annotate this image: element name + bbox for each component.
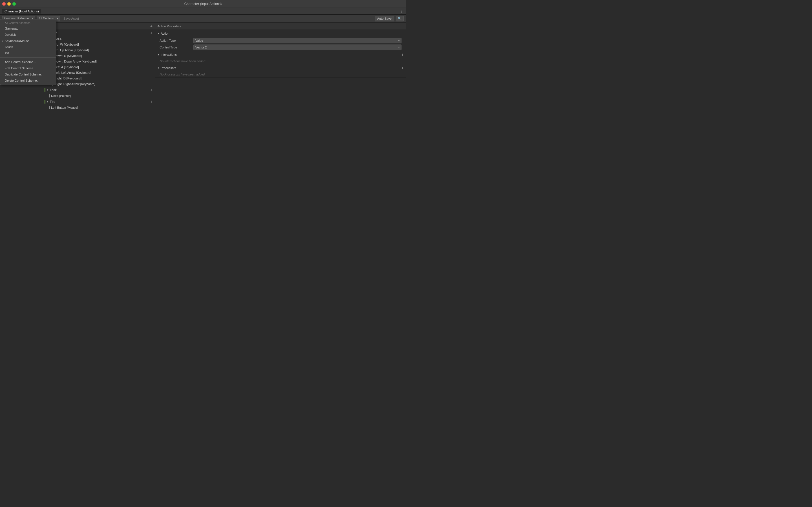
look-label: Look	[50, 88, 57, 92]
right-arrow-label: Right: Right Arrow [Keyboard]	[54, 82, 95, 86]
duplicate-control-scheme-label: Duplicate Control Scheme...	[5, 73, 43, 76]
fire-add-button[interactable]: +	[150, 100, 153, 104]
control-type-label: Control Type	[160, 46, 193, 49]
menu-item-edit-control-scheme[interactable]: Edit Control Scheme...	[0, 65, 56, 71]
fire-color-strip	[45, 100, 45, 104]
joystick-label: Joystick	[5, 33, 16, 36]
no-processors-text: No Processors have been added.	[155, 71, 406, 77]
control-type-row: Control Type Vector 2 Axis Button ▼	[155, 44, 406, 51]
binding-left-a[interactable]: Left: A [Keyboard]	[42, 64, 155, 70]
action-expand-icon: ▼	[157, 33, 160, 35]
properties-header: Action Properties	[155, 22, 406, 30]
binding-down-arrow[interactable]: Down: Down Arrow [Keyboard]	[42, 59, 155, 64]
menu-item-gamepad[interactable]: Gamepad	[0, 25, 56, 32]
window-title: Character (Input Actions)	[185, 2, 222, 6]
add-processor-button[interactable]: +	[402, 66, 404, 70]
control-type-select[interactable]: Vector 2 Axis Button	[193, 45, 402, 50]
fire-label: Fire	[50, 100, 55, 103]
action-section: ▼ Action Action Type Value Button Pass T…	[155, 30, 406, 51]
action-section-header[interactable]: ▼ Action	[155, 30, 406, 37]
binding-up-arrow[interactable]: Up: Up Arrow [Keyboard]	[42, 47, 155, 53]
maximize-button[interactable]	[12, 2, 16, 6]
left-arrow-label: Left: Left Arrow [Keyboard]	[54, 71, 91, 74]
right-d-label: Right: D [Keyboard]	[54, 76, 82, 80]
move-add-button[interactable]: +	[150, 31, 153, 35]
action-type-row: Action Type Value Button Pass Through ▼	[155, 37, 406, 44]
processors-section: ▼ Processors + No Processors have been a…	[155, 64, 406, 77]
interactions-section-label: Interactions	[161, 53, 177, 56]
touch-label: Touch	[5, 45, 13, 49]
interactions-expand-icon: ▼	[157, 54, 160, 56]
no-interactions-text: No Interactions have been added.	[155, 58, 406, 64]
look-add-button[interactable]: +	[150, 88, 153, 92]
close-button[interactable]	[2, 2, 6, 6]
binding-right-arrow[interactable]: Right: Right Arrow [Keyboard]	[42, 81, 155, 87]
binding-left-button[interactable]: Left Button [Mouse]	[42, 105, 155, 110]
look-expand-icon: ▼	[47, 89, 49, 91]
actions-list: ▼ Move + ▼ WASD Up: W [Keyboard] Up: Up …	[42, 30, 155, 253]
keyboard-mouse-label: Keyboard&Mouse	[5, 39, 29, 43]
delete-control-scheme-label: Delete Control Scheme...	[5, 79, 40, 82]
title-bar: Character (Input Actions)	[0, 0, 406, 8]
menu-item-touch[interactable]: Touch	[0, 44, 56, 50]
actions-header: Actions +	[42, 22, 155, 30]
menu-section-all-control-schemes: All Control Schemes	[0, 20, 56, 25]
actions-panel: Actions + ▼ Move + ▼ WASD	[42, 22, 155, 253]
auto-save-button[interactable]: Auto-Save	[375, 16, 394, 21]
binding-right-d[interactable]: Right: D [Keyboard]	[42, 75, 155, 81]
binding-left-arrow[interactable]: Left: Left Arrow [Keyboard]	[42, 70, 155, 75]
move-group-header[interactable]: ▼ Move +	[42, 30, 155, 36]
binding-down-s[interactable]: Down: S [Keyboard]	[42, 53, 155, 59]
action-group-move: ▼ Move + ▼ WASD Up: W [Keyboard] Up: Up …	[42, 30, 155, 87]
left-a-label: Left: A [Keyboard]	[54, 65, 79, 69]
look-group-header[interactable]: ▼ Look +	[42, 87, 155, 93]
interactions-section: ▼ Interactions + No Interactions have be…	[155, 51, 406, 64]
menu-item-duplicate-control-scheme[interactable]: Duplicate Control Scheme...	[0, 71, 56, 77]
action-type-select[interactable]: Value Button Pass Through	[193, 38, 402, 43]
gamepad-label: Gamepad	[5, 27, 18, 30]
fire-group-header[interactable]: ▼ Fire +	[42, 99, 155, 105]
control-scheme-menu: All Control Schemes Gamepad Joystick ✓ K…	[0, 19, 56, 85]
control-type-wrapper: Vector 2 Axis Button ▼	[193, 45, 402, 50]
menu-item-xr[interactable]: XR	[0, 50, 56, 56]
binding-delta-pointer[interactable]: Delta [Pointer]	[42, 93, 155, 99]
action-group-fire: ▼ Fire + Left Button [Mouse]	[42, 99, 155, 110]
menu-divider-1	[0, 57, 56, 58]
minimize-button[interactable]	[7, 2, 11, 6]
xr-label: XR	[5, 52, 9, 55]
wasd-subgroup-header[interactable]: ▼ WASD	[42, 36, 155, 42]
delta-pointer-strip	[49, 94, 50, 98]
properties-title: Action Properties	[157, 24, 181, 28]
interactions-section-header[interactable]: ▼ Interactions +	[155, 51, 406, 58]
menu-item-keyboard-mouse[interactable]: ✓ Keyboard&Mouse	[0, 38, 56, 44]
left-button-strip	[49, 106, 50, 109]
main-layout: Action Maps + Player UI All Control Sche…	[0, 22, 406, 253]
action-type-wrapper: Value Button Pass Through ▼	[193, 38, 402, 43]
processors-section-header[interactable]: ▼ Processors +	[155, 64, 406, 71]
window-controls	[2, 2, 16, 6]
add-interaction-button[interactable]: +	[402, 52, 404, 57]
left-button-label: Left Button [Mouse]	[51, 106, 78, 109]
up-w-label: Up: W [Keyboard]	[54, 43, 79, 46]
properties-panel: Action Properties ▼ Action Action Type V…	[155, 22, 406, 253]
add-action-button[interactable]: +	[150, 24, 153, 29]
search-icon: 🔍	[398, 17, 402, 20]
add-control-scheme-label: Add Control Scheme...	[5, 60, 36, 64]
binding-up-w[interactable]: Up: W [Keyboard]	[42, 42, 155, 47]
checkmark-icon: ✓	[1, 40, 4, 43]
menu-item-add-control-scheme[interactable]: Add Control Scheme...	[0, 59, 56, 65]
menu-item-joystick[interactable]: Joystick	[0, 32, 56, 38]
processors-section-label: Processors	[161, 66, 176, 69]
search-button[interactable]: 🔍	[396, 16, 404, 21]
tab-character-input[interactable]: Character (Input Actions)	[2, 9, 41, 13]
action-section-label: Action	[161, 32, 169, 35]
fire-expand-icon: ▼	[47, 101, 49, 103]
tab-more-button[interactable]: ⋮	[400, 9, 404, 13]
action-type-label: Action Type	[160, 39, 193, 42]
menu-item-delete-control-scheme[interactable]: Delete Control Scheme...	[0, 77, 56, 83]
down-arrow-label: Down: Down Arrow [Keyboard]	[54, 60, 97, 63]
delta-pointer-label: Delta [Pointer]	[51, 94, 71, 98]
edit-control-scheme-label: Edit Control Scheme...	[5, 66, 36, 70]
save-asset-button[interactable]: Save Asset	[62, 16, 81, 21]
toolbar: Keyboard&Mouse All Devices Save Asset Au…	[0, 15, 406, 22]
